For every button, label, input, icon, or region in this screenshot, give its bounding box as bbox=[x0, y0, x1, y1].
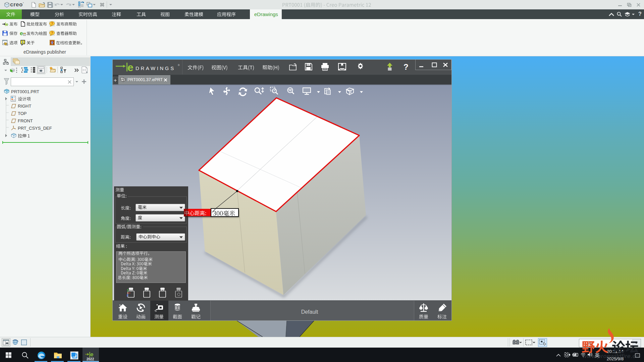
svg-text:e: e bbox=[127, 61, 133, 73]
svg-text:Z: Z bbox=[126, 294, 128, 297]
svg-text:e: e bbox=[20, 31, 23, 36]
svg-text:?: ? bbox=[51, 31, 53, 35]
svg-text:?: ? bbox=[51, 21, 53, 25]
svg-text:e: e bbox=[90, 351, 93, 358]
svg-text:e: e bbox=[6, 22, 8, 27]
